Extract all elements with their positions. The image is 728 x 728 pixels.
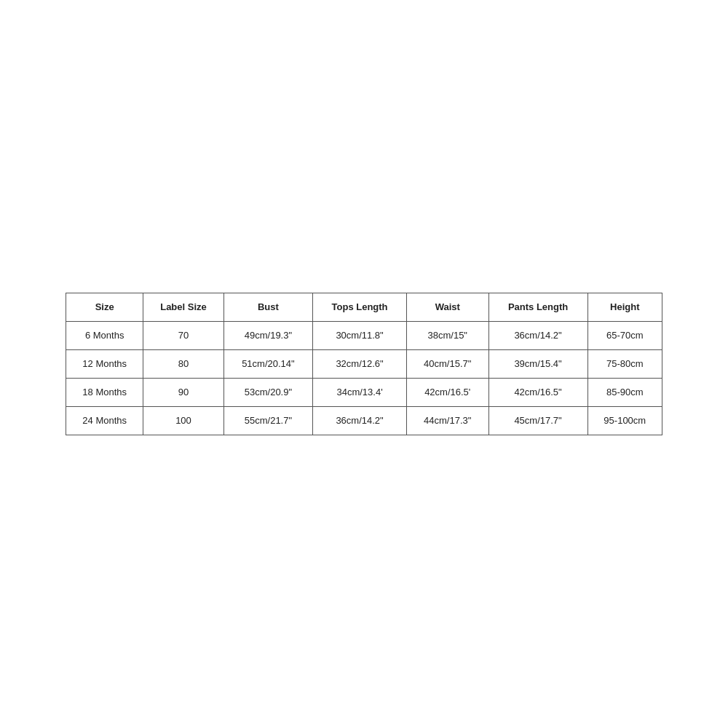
table-header-row: Size Label Size Bust Tops Length Waist P…: [66, 293, 662, 321]
cell-label_size: 70: [143, 321, 223, 349]
cell-height: 65-70cm: [587, 321, 662, 349]
cell-bust: 53cm/20.9": [223, 379, 313, 407]
cell-tops_length: 36cm/14.2": [313, 407, 407, 435]
col-header-size: Size: [66, 293, 143, 321]
cell-tops_length: 32cm/12.6": [313, 349, 407, 378]
cell-label_size: 100: [143, 407, 223, 435]
col-header-tops-length: Tops Length: [313, 293, 407, 321]
col-header-label-size: Label Size: [143, 293, 223, 321]
cell-bust: 51cm/20.14": [223, 349, 313, 378]
cell-pants_length: 42cm/16.5": [488, 379, 587, 407]
cell-pants_length: 36cm/14.2": [488, 321, 587, 349]
cell-waist: 40cm/15.7": [406, 349, 488, 378]
cell-label_size: 80: [143, 349, 223, 378]
cell-label_size: 90: [143, 379, 223, 407]
cell-waist: 42cm/16.5': [406, 379, 488, 407]
cell-size: 12 Months: [66, 349, 143, 378]
cell-waist: 44cm/17.3": [406, 407, 488, 435]
cell-size: 18 Months: [66, 379, 143, 407]
table-row: 12 Months8051cm/20.14"32cm/12.6"40cm/15.…: [66, 349, 662, 378]
cell-size: 24 Months: [66, 407, 143, 435]
col-header-height: Height: [587, 293, 662, 321]
cell-bust: 55cm/21.7": [223, 407, 313, 435]
col-header-waist: Waist: [406, 293, 488, 321]
table-row: 18 Months9053cm/20.9"34cm/13.4'42cm/16.5…: [66, 379, 662, 407]
size-chart-table: Size Label Size Bust Tops Length Waist P…: [66, 293, 662, 436]
cell-waist: 38cm/15": [406, 321, 488, 349]
cell-height: 75-80cm: [587, 349, 662, 378]
cell-bust: 49cm/19.3": [223, 321, 313, 349]
table-row: 6 Months7049cm/19.3"30cm/11.8"38cm/15"36…: [66, 321, 662, 349]
size-chart-container: Size Label Size Bust Tops Length Waist P…: [66, 293, 662, 436]
col-header-pants-length: Pants Length: [488, 293, 587, 321]
table-row: 24 Months10055cm/21.7"36cm/14.2"44cm/17.…: [66, 407, 662, 435]
cell-size: 6 Months: [66, 321, 143, 349]
cell-tops_length: 30cm/11.8": [313, 321, 407, 349]
col-header-bust: Bust: [223, 293, 313, 321]
cell-height: 85-90cm: [587, 379, 662, 407]
cell-pants_length: 39cm/15.4": [488, 349, 587, 378]
cell-height: 95-100cm: [587, 407, 662, 435]
cell-pants_length: 45cm/17.7": [488, 407, 587, 435]
cell-tops_length: 34cm/13.4': [313, 379, 407, 407]
